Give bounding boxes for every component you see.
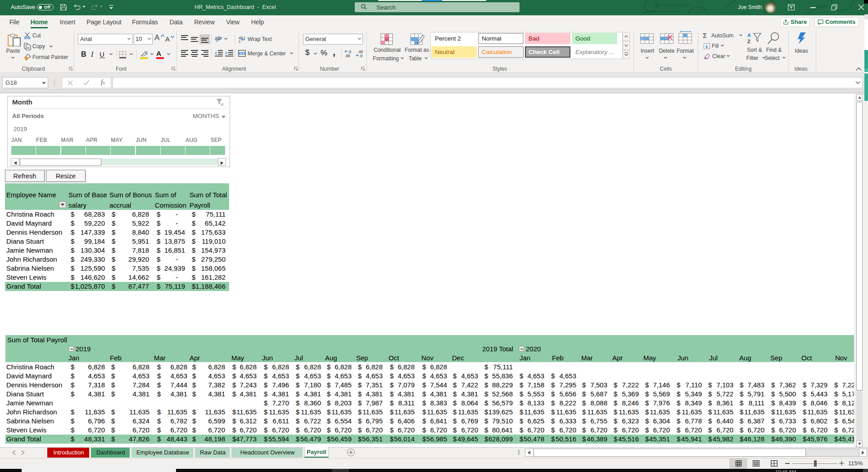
- svg-text:A: A: [747, 32, 751, 38]
- svg-text:c: c: [239, 39, 241, 43]
- svg-text:Z: Z: [747, 39, 750, 44]
- svg-text:.0: .0: [359, 54, 362, 58]
- svg-text:.00: .00: [345, 54, 350, 58]
